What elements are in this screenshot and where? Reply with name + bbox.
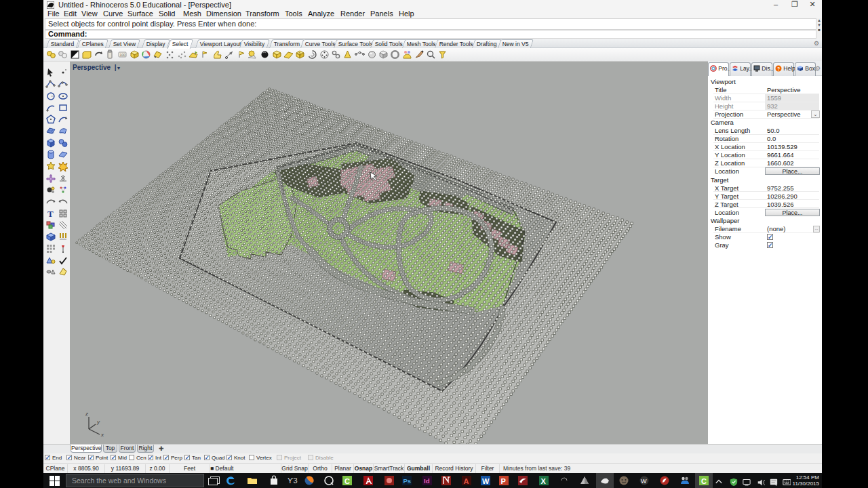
- svg-text:A: A: [464, 477, 469, 485]
- svg-text:Id: Id: [424, 477, 430, 485]
- svg-text:C: C: [701, 477, 707, 485]
- svg-text:?: ?: [777, 66, 780, 71]
- svg-text:x: x: [100, 432, 104, 438]
- svg-text:X: X: [541, 477, 547, 485]
- svg-text:T: T: [47, 209, 54, 219]
- svg-text:ϒ3: ϒ3: [288, 476, 298, 485]
- svg-text:y: y: [96, 419, 100, 425]
- svg-text:C: C: [344, 477, 350, 485]
- svg-text:W: W: [482, 477, 490, 485]
- svg-text:W: W: [641, 478, 647, 485]
- svg-text:Ps: Ps: [403, 477, 412, 485]
- svg-text:P: P: [501, 477, 506, 485]
- svg-text:100: 100: [120, 53, 126, 57]
- svg-text:z: z: [85, 411, 88, 417]
